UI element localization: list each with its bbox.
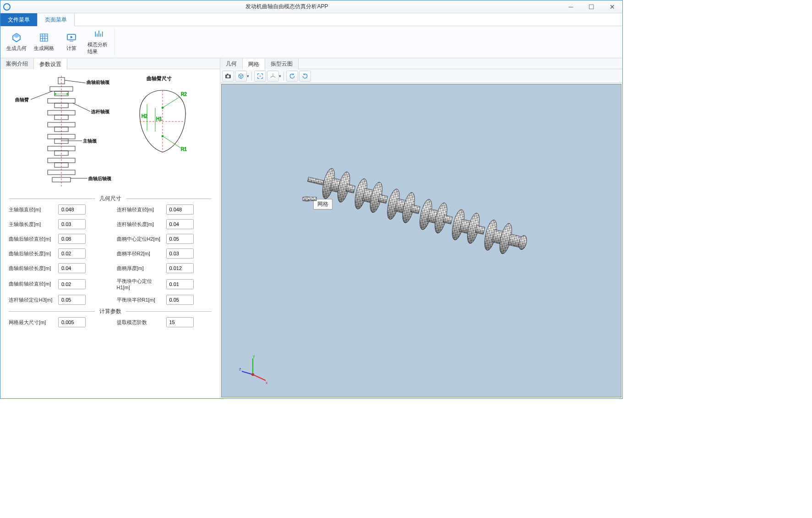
input-main-journal-l[interactable] [58,219,86,229]
label-main-journal-d: 主轴颈直径[m] [9,206,54,213]
ribbon-generate-mesh[interactable]: 生成网格 [32,28,56,56]
maximize-button[interactable]: ☐ [581,0,602,13]
input-crank-r2[interactable] [166,248,194,259]
svg-rect-45 [227,73,228,75]
menu-page[interactable]: 页面菜单 [38,13,75,26]
coordinate-axes: y x z [239,354,271,386]
svg-line-33 [163,97,180,108]
section-calc-params: 计算参数 [9,308,212,315]
label-rear-d: 曲轴后轴径直径[m] [9,236,54,242]
svg-text:R1: R1 [181,147,187,152]
menu-file[interactable]: 文件菜单 [0,13,38,26]
left-content: 曲轴前轴颈 曲轴臂 连杆轴颈 主轴颈 曲轴后轴颈 曲轴臂尺寸 [0,69,220,398]
svg-text:曲轴后轴颈: 曲轴后轴颈 [88,176,112,181]
chevron-down-icon[interactable]: ▾ [279,74,281,78]
label-front-l: 曲轴前轴径长度[m] [9,265,54,272]
crankshaft-mesh-render-2 [295,162,570,300]
close-button[interactable]: ✕ [602,0,622,13]
chevron-down-icon[interactable]: ▾ [247,74,249,78]
cube-icon [237,72,245,80]
tab-geometry[interactable]: 几何 [220,58,243,69]
tab-param-settings[interactable]: 参数设置 [34,59,67,70]
label-mesh-max: 网格最大尺寸[m] [9,319,54,326]
view-toolbar: ▾ ▾ [220,69,622,83]
label-crank-h2: 曲柄中心定位H2[m] [117,236,163,242]
svg-text:z: z [239,367,241,371]
axes-icon [269,72,277,80]
mesh-icon [38,32,49,43]
rotate-cw-button[interactable] [299,71,311,82]
axes-button[interactable] [267,71,279,82]
ribbon-compute[interactable]: 计算 [59,28,84,56]
svg-line-20 [31,91,52,99]
label-connrod-l: 连杆轴径长度[m] [117,221,163,228]
left-panel: 案例介绍 参数设置 [0,58,220,398]
svg-line-104 [253,375,266,380]
ribbon-generate-geometry[interactable]: 生成几何 [4,28,29,56]
section-geometry-dims: 几何尺寸 [9,195,212,203]
right-panel: 几何 网格 振型云图 ▾ ▾ 网格 [220,58,622,398]
menu-bar: 文件菜单 页面菜单 [0,13,622,26]
input-rear-l[interactable] [58,248,86,259]
crankshaft-diagram: 曲轴前轴颈 曲轴臂 连杆轴颈 主轴颈 曲轴后轴颈 [9,72,114,191]
svg-line-35 [163,136,181,148]
svg-text:y: y [253,354,255,358]
screenshot-button[interactable] [222,71,234,82]
input-balance-r1[interactable] [166,295,194,305]
input-crank-h2[interactable] [166,234,194,244]
label-front-d: 曲轴前轴径直径[m] [9,281,54,287]
label-crank-thick: 曲柄厚度[m] [117,265,163,272]
rotate-ccw-icon [289,72,296,80]
svg-text:连杆轴颈: 连杆轴颈 [91,109,110,114]
geometry-form: 主轴颈直径[m] 连杆轴径直径[m] 主轴颈长度[m] 连杆轴径长度[m] 曲轴… [9,204,212,305]
window-controls: ─ ☐ ✕ [561,0,622,13]
tab-mode-cloud[interactable]: 振型云图 [265,58,299,69]
calc-form: 网格最大尺寸[m] 提取模态阶数 [9,317,212,327]
input-connrod-h3[interactable] [58,295,86,305]
app-window: 发动机曲轴自由模态仿真分析APP ─ ☐ ✕ 文件菜单 页面菜单 生成几何 生成… [0,0,623,399]
svg-text:曲轴前轴颈: 曲轴前轴颈 [87,80,110,85]
input-modal-order[interactable] [166,317,194,327]
modal-result-icon [93,29,104,39]
svg-line-106 [242,371,253,375]
label-balance-r1: 平衡块半径R1[m] [117,297,163,303]
minimize-button[interactable]: ─ [561,0,581,13]
label-connrod-d: 连杆轴径直径[m] [117,206,163,213]
svg-text:H1: H1 [156,116,162,121]
svg-text:曲轴臂尺寸: 曲轴臂尺寸 [147,76,172,81]
label-main-journal-l: 主轴颈长度[m] [9,221,54,228]
svg-point-46 [260,76,261,77]
mesh-viewport[interactable]: 网格 [221,84,621,397]
ribbon-modal-result[interactable]: 模态分析结果 [87,28,111,56]
app-logo-icon [3,3,11,11]
tab-mesh[interactable]: 网格 [243,59,265,70]
main-body: 案例介绍 参数设置 [0,58,622,398]
svg-point-108 [251,373,254,376]
input-connrod-l[interactable] [166,219,194,229]
tab-case-intro[interactable]: 案例介绍 [0,58,34,69]
input-balance-h1[interactable] [166,279,194,289]
compute-icon [66,32,77,43]
svg-line-19 [65,80,86,83]
svg-text:R2: R2 [181,92,187,97]
fit-view-button[interactable] [254,71,266,82]
input-front-d[interactable] [58,279,86,289]
ribbon-toolbar: 生成几何 生成网格 计算 模态分析结果 [0,26,622,58]
input-connrod-d[interactable] [166,204,194,215]
rotate-ccw-button[interactable] [286,71,298,82]
input-crank-thick[interactable] [166,263,194,273]
input-rear-d[interactable] [58,234,86,244]
label-balance-h1: 平衡块中心定位H1[m] [117,278,163,290]
left-tab-bar: 案例介绍 参数设置 [0,58,220,69]
svg-rect-51 [307,177,323,185]
view-cube-button[interactable] [235,71,247,82]
label-rear-l: 曲轴后轴径长度[m] [9,250,54,257]
ribbon-group: 生成几何 生成网格 计算 模态分析结果 [1,28,114,56]
label-crank-r2: 曲柄半径R2[m] [117,250,163,257]
fit-icon [256,72,264,80]
input-front-l[interactable] [58,263,86,273]
input-main-journal-d[interactable] [58,204,86,215]
input-mesh-max[interactable] [58,317,86,327]
label-connrod-h3: 连杆轴径定位H3[m] [9,297,54,303]
rotate-cw-icon [301,72,309,80]
